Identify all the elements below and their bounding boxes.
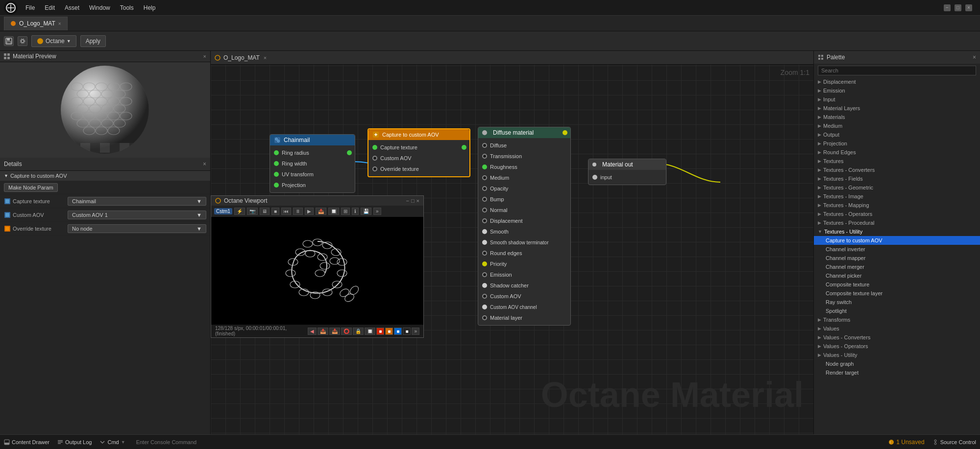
- content-drawer-btn[interactable]: Content Drawer: [4, 439, 49, 445]
- palette-cat-output[interactable]: ▶ Output: [814, 130, 980, 139]
- palette-cat-projection[interactable]: ▶ Projection: [814, 139, 980, 148]
- palette-cat-displacement[interactable]: ▶ Displacement: [814, 77, 980, 86]
- palette-cat-tex-utility[interactable]: ▼ Textures - Utility: [814, 227, 980, 236]
- menu-window[interactable]: Window: [85, 2, 114, 13]
- more-icon[interactable]: »: [373, 208, 381, 215]
- material-preview-close[interactable]: ×: [203, 53, 206, 59]
- node-capture[interactable]: Capture to custom AOV Capture texture Cu…: [368, 128, 470, 177]
- lock-icon[interactable]: 🔒: [353, 328, 364, 335]
- blue-square[interactable]: ■: [394, 328, 402, 335]
- tab-close-btn[interactable]: ×: [58, 21, 61, 26]
- palette-item-render-target[interactable]: Render target: [814, 368, 980, 377]
- palette-item-ch-mapper[interactable]: Channel mapper: [814, 254, 980, 262]
- capture-texture-select[interactable]: Chainmail ▼: [68, 197, 206, 206]
- circle-icon[interactable]: ⭕: [341, 328, 352, 335]
- dark-square[interactable]: ■: [403, 328, 411, 335]
- palette-cat-values[interactable]: ▶ Values: [814, 324, 980, 333]
- octane-button[interactable]: Octane ▼: [31, 35, 76, 47]
- minimize-button[interactable]: −: [944, 4, 951, 11]
- menu-tools[interactable]: Tools: [116, 2, 138, 13]
- palette-cat-values-utility[interactable]: ▶ Values - Utility: [814, 351, 980, 359]
- apply-button[interactable]: Apply: [80, 35, 106, 47]
- menu-file[interactable]: File: [22, 2, 39, 13]
- viewport-minimize[interactable]: −: [406, 198, 409, 204]
- node-chainmail[interactable]: Chainmail Ring radius Ring width UV tran…: [270, 134, 355, 193]
- camera-icon[interactable]: 📷: [247, 208, 258, 215]
- skip-back-icon[interactable]: ⏮: [281, 208, 291, 215]
- palette-cat-materials[interactable]: ▶ Materials: [814, 113, 980, 121]
- palette-cat-tex-procedural[interactable]: ▶ Textures - Procedural: [814, 218, 980, 227]
- pause-icon[interactable]: ⏸: [293, 208, 303, 215]
- palette-search-input[interactable]: [818, 66, 976, 75]
- palette-cat-tex-geometric[interactable]: ▶ Textures - Geometric: [814, 183, 980, 192]
- palette-cat-emission[interactable]: ▶ Emission: [814, 86, 980, 95]
- palette-cat-input[interactable]: ▶ Input: [814, 95, 980, 104]
- region2-icon[interactable]: 🔲: [365, 328, 375, 335]
- palette-cat-tex-fields[interactable]: ▶ Textures - Fields: [814, 174, 980, 183]
- palette-item-capture[interactable]: Capture to custom AOV: [814, 236, 980, 245]
- menu-asset[interactable]: Asset: [61, 2, 83, 13]
- custom-aov-select[interactable]: Custom AOV 1 ▼: [68, 211, 206, 219]
- node-material-out[interactable]: Material out input: [588, 159, 666, 185]
- palette-item-spotlight[interactable]: Spotlight: [814, 307, 980, 315]
- titlebar: File Edit Asset Window Tools Help − □ ×: [0, 0, 980, 16]
- palette-item-ray-switch[interactable]: Ray switch: [814, 298, 980, 307]
- palette-item-ch-picker[interactable]: Channel picker: [814, 271, 980, 280]
- palette-cat-round-edges[interactable]: ▶ Round Edges: [814, 148, 980, 157]
- node-diffuse[interactable]: Diffuse material Diffuse Transmission Ro…: [478, 127, 571, 326]
- info-icon[interactable]: ℹ: [352, 208, 359, 215]
- cmd-dropdown[interactable]: Cmd ▼: [99, 439, 125, 445]
- palette-cat-tex-mapping[interactable]: ▶ Textures - Mapping: [814, 201, 980, 210]
- node-graph[interactable]: O_Logo_MAT × Zoom 1:1 Octane Material Ch…: [211, 51, 813, 434]
- close-button[interactable]: ×: [965, 4, 972, 11]
- viewport-maximize[interactable]: □: [411, 198, 415, 204]
- play-icon[interactable]: ▶: [305, 208, 314, 215]
- palette-cat-medium[interactable]: ▶ Medium: [814, 121, 980, 130]
- save-icon[interactable]: [4, 36, 14, 46]
- svg-rect-46: [61, 143, 71, 153]
- graph-tab-close[interactable]: ×: [264, 55, 267, 61]
- menu-edit[interactable]: Edit: [41, 2, 59, 13]
- red-square[interactable]: ■: [376, 328, 384, 335]
- menu-help[interactable]: Help: [140, 2, 160, 13]
- region-icon[interactable]: 🔲: [328, 208, 339, 215]
- console-input[interactable]: [133, 438, 280, 447]
- palette-cat-tex-operators[interactable]: ▶ Textures - Operators: [814, 210, 980, 218]
- palette-cat-values-operators[interactable]: ▶ Values - Operators: [814, 342, 980, 351]
- palette-item-node-graph[interactable]: Node graph: [814, 359, 980, 368]
- details-panel: Details × ▼ Capture to custom AOV Make N…: [0, 158, 210, 236]
- octane-viewport[interactable]: Octane Viewport − □ × Cstm1 ⚡ 📷 🖥 ■ ⏮ ⏸ …: [211, 195, 424, 338]
- output-log-btn[interactable]: Output Log: [57, 439, 92, 445]
- palette-cat-values-converters[interactable]: ▶ Values - Converters: [814, 333, 980, 342]
- more-icon2[interactable]: »: [412, 328, 419, 335]
- export2-icon[interactable]: 📤: [318, 328, 328, 335]
- make-node-param-button[interactable]: Make Node Param: [4, 183, 58, 192]
- palette-item-ch-inverter[interactable]: Channel inverter: [814, 245, 980, 254]
- palette-cat-textures[interactable]: ▶ Textures: [814, 157, 980, 165]
- stop-icon[interactable]: ■: [271, 208, 279, 215]
- export-icon[interactable]: 📤: [316, 208, 326, 215]
- palette-cat-tex-converters[interactable]: ▶ Textures - Converters: [814, 165, 980, 174]
- details-close[interactable]: ×: [203, 161, 206, 167]
- save-frame-icon[interactable]: 💾: [361, 208, 371, 215]
- viewport-close[interactable]: ×: [416, 198, 419, 204]
- palette-cat-transforms[interactable]: ▶ Transforms: [814, 315, 980, 324]
- screen-icon[interactable]: 🖥: [260, 208, 270, 215]
- palette-item-composite[interactable]: Composite texture: [814, 280, 980, 289]
- orange-square[interactable]: ■: [385, 328, 393, 335]
- lightning-icon[interactable]: ⚡: [234, 208, 245, 215]
- settings-icon[interactable]: [18, 36, 27, 46]
- source-control-btn[interactable]: Source Control: [932, 439, 976, 445]
- palette-cat-material-layers[interactable]: ▶ Material Layers: [814, 104, 980, 113]
- override-texture-select[interactable]: No node ▼: [68, 224, 206, 233]
- maximize-button[interactable]: □: [955, 4, 961, 11]
- palette-item-composite-layer[interactable]: Composite texture layer: [814, 289, 980, 298]
- palette-cat-tex-image[interactable]: ▶ Textures - Image: [814, 192, 980, 201]
- tab-o-logo-mat[interactable]: O_Logo_MAT ×: [4, 17, 68, 30]
- palette-close[interactable]: ×: [973, 54, 976, 61]
- grid-icon-vp[interactable]: ⊞: [341, 208, 350, 215]
- capture-section-header[interactable]: ▼ Capture to custom AOV: [0, 171, 210, 181]
- arrow-icon[interactable]: ◀: [308, 328, 317, 335]
- palette-item-ch-merger[interactable]: Channel merger: [814, 262, 980, 271]
- import-icon[interactable]: 📥: [329, 328, 340, 335]
